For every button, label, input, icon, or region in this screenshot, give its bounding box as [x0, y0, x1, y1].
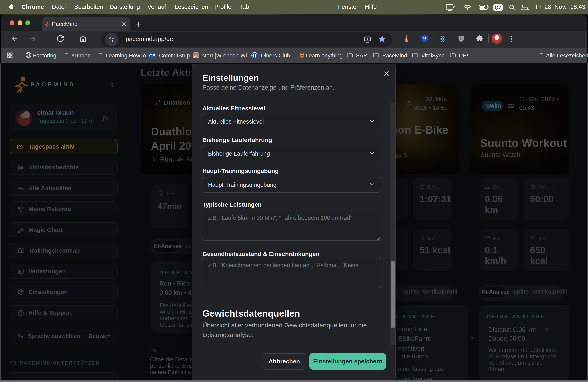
svg-text:%: % [423, 37, 426, 41]
